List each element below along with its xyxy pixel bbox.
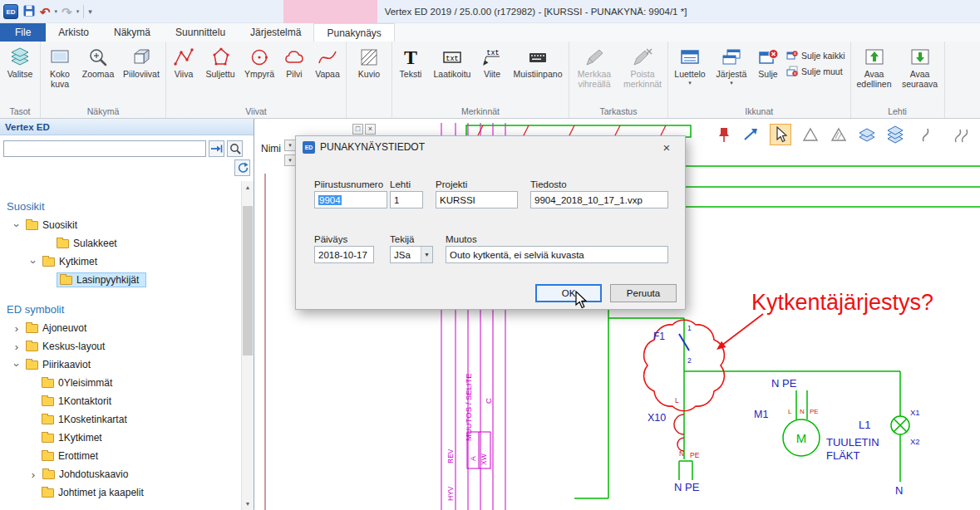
avaa-seuraava-button[interactable]: Avaa seuraava [897, 43, 943, 90]
tree-item-ajoneuvot[interactable]: › Ajoneuvot [0, 319, 254, 337]
undo-button[interactable]: ↶ [40, 6, 51, 18]
scrollbar-thumb[interactable] [243, 206, 253, 356]
chevron-collapsed-icon[interactable]: › [12, 323, 22, 334]
tab-jarjestelma[interactable]: Järjestelmä [238, 23, 313, 42]
tree-item-1kontaktorit[interactable]: 1Kontaktorit [0, 392, 254, 410]
sulje-muut-button[interactable]: Sulje muut [786, 66, 845, 77]
tree-item-piirikaaviot[interactable]: › Piirikaaviot [0, 356, 254, 374]
sort-dropdown-button[interactable]: ▾ [284, 154, 296, 166]
section-line-tool-button[interactable] [916, 124, 938, 145]
line-icon [173, 46, 195, 69]
tab-arkisto[interactable]: Arkisto [46, 23, 101, 42]
viiva-button[interactable]: Viiva [167, 43, 200, 80]
tree-item-1kytkimet[interactable]: 1Kytkimet [0, 429, 254, 447]
chevron-collapsed-icon[interactable]: › [12, 341, 22, 352]
tree-item-kytkimet[interactable]: › Kytkimet [0, 253, 254, 271]
sulje-button[interactable]: Sulje [752, 43, 784, 80]
paivays-field[interactable]: 2018-10-17 [314, 246, 374, 263]
tree-item-1kosketinkartat[interactable]: 1Kosketinkartat [0, 410, 254, 429]
viite-button[interactable]: txt Viite [476, 43, 508, 80]
boxed-text-icon: txt [441, 46, 463, 69]
tree-item-lasinpyyhkijat[interactable]: Lasinpyyhkijät [0, 271, 254, 289]
pan-tool-button[interactable] [740, 124, 761, 145]
sidebar-scrollbar[interactable]: ▲ ▼ [241, 181, 254, 510]
jarjesta-button[interactable]: Järjestä ▾ [711, 43, 752, 85]
refresh-icon [237, 162, 249, 174]
lehti-field[interactable]: 1 [390, 191, 423, 208]
window-list-icon [679, 46, 701, 69]
teksti-button[interactable]: T Teksti [393, 43, 428, 80]
polygon-icon [209, 46, 231, 69]
tekija-combobox[interactable]: JSa ▼ [390, 246, 433, 263]
zoomaa-button[interactable]: Zoomaa [78, 43, 118, 80]
kuvio-button[interactable]: Kuvio [347, 43, 391, 80]
muutos-field[interactable]: Outo kytkentä, ei selviä kuvasta [446, 246, 668, 263]
redo-button[interactable]: ↷ [62, 6, 72, 18]
vapaa-button[interactable]: Vapaa [310, 43, 345, 80]
koko-kuva-button[interactable]: Koko kuva [42, 43, 78, 90]
suljettu-button[interactable]: Suljettu [200, 43, 240, 80]
chevron-down-icon[interactable]: ▼ [421, 247, 432, 262]
chevron-collapsed-icon[interactable]: › [28, 469, 38, 480]
section-line-tool-button-2[interactable] [949, 124, 971, 145]
refresh-button[interactable] [234, 159, 250, 176]
pilvi-button[interactable]: Pilvi [278, 43, 310, 80]
avaa-edellinen-button[interactable]: Avaa edellinen [852, 43, 897, 90]
redo-dropdown[interactable]: ▾ [76, 8, 80, 15]
ympyra-button[interactable]: Ympyrä [240, 43, 278, 80]
tree-item-suosikit[interactable]: › Suosikit [0, 216, 254, 234]
piirustusnumero-field[interactable]: 9904 [314, 191, 387, 208]
vertex-ed-dialog-icon: ED [303, 141, 315, 154]
valitse-button[interactable]: Valitse [1, 43, 39, 80]
selected-tree-item: Lasinpyyhkijät [57, 272, 146, 287]
luettelo-button[interactable]: Luettelo ▾ [669, 43, 711, 85]
tree-item-erottimet[interactable]: Erottimet [0, 447, 254, 465]
titleblock-rev: REV [446, 449, 455, 463]
chevron-expanded-icon[interactable]: › [28, 257, 39, 267]
search-icon [229, 143, 241, 154]
tree-item-johtimet-ja-kaapelit[interactable]: Johtimet ja kaapelit [0, 483, 254, 502]
ok-button[interactable]: OK [535, 284, 602, 302]
layers-blue-icon [858, 125, 876, 144]
tab-nakyma[interactable]: Näkymä [101, 23, 163, 42]
dialog-title-bar[interactable]: ED PUNAKYNÄYSTIEDOT × [296, 136, 685, 158]
tab-file[interactable]: File [0, 23, 46, 42]
layers-tool-button[interactable] [856, 124, 878, 145]
label-pin2: 2 [687, 356, 692, 365]
hatched-triangle-tool-button[interactable] [828, 124, 849, 145]
filter-dropdown-button[interactable]: ▾ [284, 140, 296, 151]
search-button[interactable] [227, 140, 243, 157]
go-button[interactable] [209, 140, 224, 157]
ribbon-group-viivat: Viiva Suljettu Ympyrä Pilvi [166, 42, 347, 118]
tab-punakynays[interactable]: Punakynäys [313, 23, 394, 42]
layers-tool-button-2[interactable] [884, 124, 906, 145]
chevron-expanded-icon[interactable]: › [12, 360, 22, 370]
chevron-expanded-icon[interactable]: › [12, 220, 22, 230]
panel-close-button[interactable]: × [365, 124, 376, 135]
peruuta-button[interactable]: Peruuta [610, 284, 677, 302]
panel-float-button[interactable]: □ [352, 124, 363, 135]
close-icon[interactable]: × [655, 140, 678, 154]
chevron-down-icon: ▾ [730, 81, 733, 85]
tree-item-johdotuskaavio[interactable]: › Johdotuskaavio [0, 465, 254, 483]
piiloviivat-button[interactable]: Piiloviivat [118, 43, 165, 80]
tiedosto-field[interactable]: 9904_2018_10_17_1.vxp [530, 191, 668, 208]
scroll-up-icon[interactable]: ▲ [242, 181, 254, 194]
muistiinpano-button[interactable]: Muistiinpano [508, 43, 568, 80]
scroll-down-icon[interactable]: ▼ [242, 498, 254, 510]
tree-item-sulakkeet[interactable]: Sulakkeet [0, 234, 254, 253]
pin-tool-button[interactable] [713, 124, 735, 145]
tab-suunnittelu[interactable]: Suunnittelu [163, 23, 238, 42]
laatikoitu-button[interactable]: txt Laatikoitu [428, 43, 476, 80]
triangle-tool-button[interactable] [800, 124, 821, 145]
search-input[interactable] [3, 140, 206, 157]
tree-item-keskus-layout[interactable]: › Kesk​us-layout [0, 337, 254, 356]
select-tool-button[interactable] [770, 124, 791, 145]
sulje-kaikki-button[interactable]: Sulje kaikki [786, 50, 845, 61]
tree-item-0yleisimmat[interactable]: 0Yleisimmät [0, 374, 254, 392]
label-m1: M1 [754, 409, 768, 420]
projekti-field[interactable]: KURSSI [436, 191, 518, 208]
undo-dropdown[interactable]: ▾ [55, 8, 58, 15]
save-button[interactable] [22, 4, 36, 20]
label-motor-pin-pe: PE [810, 408, 819, 415]
